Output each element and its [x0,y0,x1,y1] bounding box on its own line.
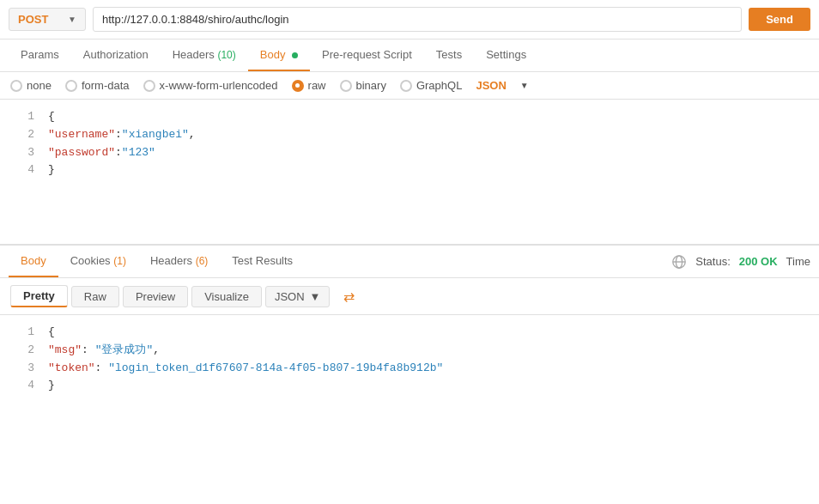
tab-params[interactable]: Params [9,39,71,71]
radio-form-data [65,80,77,92]
globe-icon [671,254,687,270]
response-format-select[interactable]: JSON ▼ [265,286,331,307]
format-raw[interactable]: Raw [71,286,119,307]
resp-line-2: 2 "msg": "登录成功", [0,342,819,360]
tab-pre-request-script[interactable]: Pre-request Script [310,39,424,71]
radio-raw [292,80,304,92]
radio-none [10,80,22,92]
method-select[interactable]: POST ▼ [9,8,86,31]
tab-authorization[interactable]: Authorization [71,39,161,71]
format-dropdown-arrow[interactable]: ▼ [520,81,529,90]
option-raw[interactable]: raw [292,79,326,92]
method-dropdown-arrow: ▼ [68,15,76,24]
resp-line-4: 4 } [0,377,819,395]
send-button[interactable]: Send [749,8,810,31]
tab-body[interactable]: Body [248,39,310,71]
resp-line-3: 3 "token": "login_token_d1f67607-814a-4f… [0,360,819,378]
tab-tests[interactable]: Tests [424,39,474,71]
format-label[interactable]: JSON [476,79,506,92]
method-label: POST [18,13,48,26]
req-line-3: 3 "password":"123" [0,144,819,162]
resp-line-1: 1 { [0,324,819,342]
option-form-data[interactable]: form-data [65,79,130,92]
top-tabs: Params Authorization Headers (10) Body P… [0,39,819,72]
req-line-4: 4 } [0,161,819,179]
format-bar: Pretty Raw Preview Visualize JSON ▼ ⇄ [0,278,819,315]
tab-headers[interactable]: Headers (10) [161,39,248,71]
format-preview[interactable]: Preview [123,286,188,307]
radio-binary [340,80,352,92]
body-active-dot [292,52,298,58]
radio-urlencoded [143,80,155,92]
response-format-arrow: ▼ [310,290,321,303]
wrap-icon[interactable]: ⇄ [343,288,355,305]
option-graphql[interactable]: GraphQL [400,79,462,92]
response-right: Status: 200 OK Time [671,254,810,270]
response-tab-headers[interactable]: Headers (6) [138,246,220,277]
response-code-editor: 1 { 2 "msg": "登录成功", 3 "token": "login_t… [0,315,819,404]
option-binary[interactable]: binary [340,79,386,92]
req-line-2: 2 "username":"xiangbei", [0,126,819,144]
status-value: 200 OK [739,255,778,268]
url-input[interactable] [93,7,742,32]
response-section: Body Cookies (1) Headers (6) Test Result… [0,246,819,404]
option-urlencoded[interactable]: x-www-form-urlencoded [143,79,278,92]
response-tab-cookies[interactable]: Cookies (1) [58,246,138,277]
format-visualize[interactable]: Visualize [191,286,262,307]
format-pretty[interactable]: Pretty [10,285,68,307]
response-tab-test-results[interactable]: Test Results [220,246,305,277]
radio-graphql [400,80,412,92]
response-tabs-bar: Body Cookies (1) Headers (6) Test Result… [0,246,819,278]
tab-settings[interactable]: Settings [474,39,538,71]
request-code-editor: 1 { 2 "username":"xiangbei", 3 "password… [0,100,819,246]
req-line-1: 1 { [0,108,819,126]
body-options: none form-data x-www-form-urlencoded raw… [0,72,819,100]
response-tab-body[interactable]: Body [9,246,58,277]
url-bar: POST ▼ Send [0,0,819,39]
option-none[interactable]: none [10,79,52,92]
